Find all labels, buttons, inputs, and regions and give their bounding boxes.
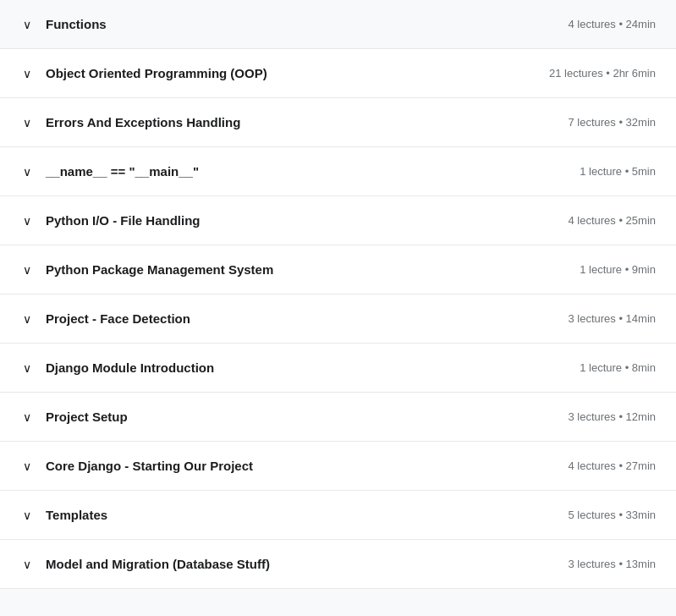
section-meta: 1 lecture • 5min bbox=[580, 165, 656, 178]
section-meta: 3 lectures • 12min bbox=[568, 410, 656, 423]
section-title: Python I/O - File Handling bbox=[46, 212, 201, 229]
section-meta: 7 lectures • 32min bbox=[568, 116, 656, 129]
section-meta: 21 lectures • 2hr 6min bbox=[549, 67, 656, 80]
section-row[interactable]: ∨Python I/O - File Handling4 lectures • … bbox=[0, 196, 676, 245]
section-title: Project - Face Detection bbox=[46, 310, 190, 327]
section-title: Model and Migration (Database Stuff) bbox=[46, 555, 270, 573]
section-meta: 3 lectures • 14min bbox=[568, 312, 656, 325]
section-title: Errors And Exceptions Handling bbox=[46, 113, 240, 131]
course-section-list: ∨Functions4 lectures • 24min∨Object Orie… bbox=[0, 0, 676, 589]
section-meta: 4 lectures • 24min bbox=[568, 18, 656, 30]
section-title: Django Module Introduction bbox=[46, 359, 214, 377]
section-meta: 4 lectures • 27min bbox=[568, 459, 656, 472]
chevron-down-icon: ∨ bbox=[20, 165, 34, 179]
chevron-down-icon: ∨ bbox=[20, 116, 34, 129]
section-meta: 3 lectures • 13min bbox=[568, 558, 656, 570]
chevron-down-icon: ∨ bbox=[20, 509, 34, 522]
section-row[interactable]: ∨Python Package Management System1 lectu… bbox=[0, 245, 676, 294]
section-meta: 5 lectures • 33min bbox=[568, 509, 656, 521]
section-row[interactable]: ∨Functions4 lectures • 24min bbox=[0, 0, 676, 49]
chevron-down-icon: ∨ bbox=[20, 312, 34, 326]
chevron-down-icon: ∨ bbox=[20, 558, 34, 571]
section-title: Templates bbox=[46, 506, 107, 524]
section-row[interactable]: ∨__name__ == "__main__"1 lecture • 5min bbox=[0, 147, 676, 196]
section-meta: 1 lecture • 8min bbox=[580, 361, 656, 374]
section-row[interactable]: ∨Project - Face Detection3 lectures • 14… bbox=[0, 294, 676, 344]
section-title: Object Oriented Programming (OOP) bbox=[46, 64, 267, 82]
section-row[interactable]: ∨Model and Migration (Database Stuff)3 l… bbox=[0, 540, 676, 589]
section-title: Functions bbox=[46, 15, 107, 33]
chevron-down-icon: ∨ bbox=[20, 361, 34, 375]
section-row[interactable]: ∨Errors And Exceptions Handling7 lecture… bbox=[0, 98, 676, 147]
chevron-down-icon: ∨ bbox=[20, 18, 34, 31]
chevron-down-icon: ∨ bbox=[20, 263, 34, 277]
section-row[interactable]: ∨Templates5 lectures • 33min bbox=[0, 491, 676, 540]
section-title: Project Setup bbox=[46, 408, 128, 426]
chevron-down-icon: ∨ bbox=[20, 214, 34, 228]
chevron-down-icon: ∨ bbox=[20, 459, 34, 473]
section-meta: 4 lectures • 25min bbox=[568, 214, 656, 227]
section-row[interactable]: ∨Object Oriented Programming (OOP)21 lec… bbox=[0, 49, 676, 98]
section-row[interactable]: ∨Core Django - Starting Our Project4 lec… bbox=[0, 442, 676, 491]
section-row[interactable]: ∨Project Setup3 lectures • 12min bbox=[0, 393, 676, 442]
chevron-down-icon: ∨ bbox=[20, 67, 34, 80]
section-title: Python Package Management System bbox=[46, 261, 273, 278]
section-title: __name__ == "__main__" bbox=[46, 162, 199, 180]
chevron-down-icon: ∨ bbox=[20, 410, 34, 424]
section-row[interactable]: ∨Django Module Introduction1 lecture • 8… bbox=[0, 344, 676, 393]
section-meta: 1 lecture • 9min bbox=[580, 263, 656, 276]
section-title: Core Django - Starting Our Project bbox=[46, 457, 253, 475]
